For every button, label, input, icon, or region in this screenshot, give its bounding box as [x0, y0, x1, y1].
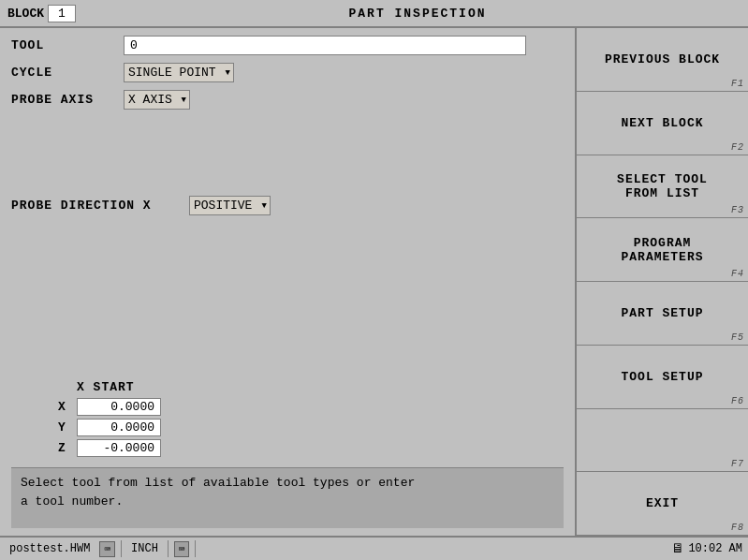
previous-block-button[interactable]: PREVIOUS BLOCK F1 — [577, 28, 748, 92]
status-area: Select tool from list of available tool … — [11, 467, 564, 528]
f8-key: F8 — [731, 523, 744, 533]
y-coord-letter: Y — [58, 420, 77, 435]
program-parameters-button[interactable]: PROGRAM PARAMETERS F4 — [577, 218, 748, 282]
cycle-label: CYCLE — [11, 66, 124, 80]
tool-row: TOOL — [11, 36, 564, 55]
part-setup-button[interactable]: PART SETUP F5 — [577, 282, 748, 346]
status-line1: Select tool from list of available tool … — [21, 476, 415, 490]
monitor-icon: 🖥 — [671, 541, 684, 556]
tool-setup-button[interactable]: TOOL SETUP F6 — [577, 346, 748, 409]
probe-direction-row: PROBE DIRECTION X POSITIVE NEGATIVE — [11, 196, 564, 215]
page-title: PART INSPECTION — [95, 7, 741, 21]
footer-time: 10:02 AM — [688, 542, 742, 555]
footer-unit: INCH — [127, 541, 162, 556]
f1-key: F1 — [731, 79, 744, 89]
right-sidebar: PREVIOUS BLOCK F1 NEXT BLOCK F2 SELECT T… — [575, 28, 748, 536]
probe-axis-label: PROBE AXIS — [11, 93, 124, 107]
next-block-button[interactable]: NEXT BLOCK F2 — [577, 92, 748, 155]
select-tool-button[interactable]: SELECT TOOL FROM LIST F3 — [577, 155, 748, 219]
probe-axis-row: PROBE AXIS X AXIS Y AXIS Z AXIS — [11, 90, 564, 110]
keyboard-icon-left: ⌨ — [99, 541, 115, 557]
f7-button[interactable]: F7 — [577, 409, 748, 473]
z-coord-input[interactable] — [77, 439, 161, 457]
tool-input[interactable] — [124, 36, 526, 55]
x-coord-letter: X — [58, 400, 77, 414]
x-coord-row: X — [58, 398, 564, 416]
f7-key: F7 — [731, 459, 744, 469]
footer-clock: 🖥 10:02 AM — [671, 541, 742, 556]
tool-label: TOOL — [11, 38, 124, 52]
keyboard-icon-right: ⌨ — [174, 541, 190, 557]
block-label: BLOCK — [7, 7, 44, 21]
cycle-select-wrapper: SINGLE POINT MULTI POINT — [124, 63, 234, 82]
f3-key: F3 — [731, 205, 744, 215]
footer-filename: posttest.HWM — [6, 541, 94, 556]
status-line2: a tool number. — [21, 494, 123, 508]
z-coord-letter: Z — [58, 441, 77, 455]
cycle-row: CYCLE SINGLE POINT MULTI POINT — [11, 63, 564, 82]
footer-divider-2 — [168, 540, 169, 557]
f6-key: F6 — [731, 396, 744, 406]
footer-divider-3 — [195, 540, 196, 557]
probe-axis-select-wrapper: X AXIS Y AXIS Z AXIS — [124, 90, 190, 110]
f2-key: F2 — [731, 142, 744, 153]
footer-divider-1 — [121, 540, 122, 557]
cycle-select[interactable]: SINGLE POINT MULTI POINT — [124, 63, 234, 82]
y-coord-row: Y — [58, 419, 564, 436]
block-value: 1 — [48, 5, 76, 22]
probe-axis-select[interactable]: X AXIS Y AXIS Z AXIS — [124, 90, 190, 110]
probe-direction-label: PROBE DIRECTION X — [11, 199, 189, 213]
exit-button[interactable]: EXIT F8 — [577, 472, 748, 536]
probe-direction-select[interactable]: POSITIVE NEGATIVE — [189, 196, 271, 215]
xstart-section: X START X Y Z — [58, 380, 564, 460]
z-coord-row: Z — [58, 439, 564, 457]
footer-bar: posttest.HWM ⌨ INCH ⌨ 🖥 10:02 AM — [0, 536, 748, 560]
probe-dir-select-wrapper: POSITIVE NEGATIVE — [189, 196, 271, 215]
f5-key: F5 — [731, 332, 744, 343]
y-coord-input[interactable] — [77, 419, 161, 436]
xstart-label: X START — [77, 380, 564, 394]
x-coord-input[interactable] — [77, 398, 161, 416]
f4-key: F4 — [731, 269, 744, 279]
